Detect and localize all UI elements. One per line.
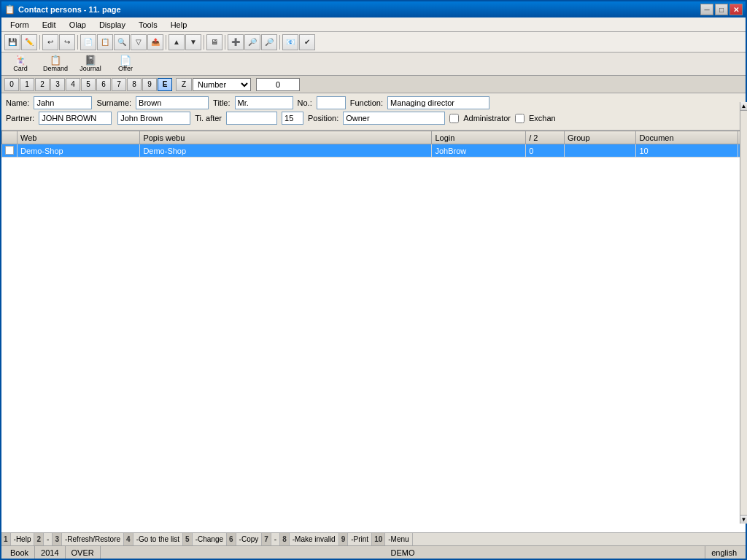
tab-1[interactable]: 1 [20, 78, 34, 91]
tb-copy[interactable]: 📋 [97, 34, 113, 50]
col-web[interactable]: Web [18, 131, 140, 144]
minimize-button[interactable]: ─ [700, 4, 713, 15]
scroll-up-btn[interactable]: ▲ [740, 102, 747, 111]
funckey-10[interactable]: 10 -Menu [372, 533, 412, 545]
tb-email[interactable]: 📧 [282, 34, 298, 50]
scrollbar[interactable]: ▲ ▼ [740, 102, 747, 524]
ti-after-label: Ti. after [195, 114, 222, 122]
tab-2[interactable]: 2 [35, 78, 50, 91]
no-label: No.: [298, 98, 312, 107]
status-over: OVER [66, 546, 101, 559]
tb-export[interactable]: 📤 [147, 34, 163, 50]
tab-row: 0 1 2 3 4 5 6 7 8 9 E Z Number 0 [1, 76, 746, 93]
main-toolbar: 💾 ✏️ ↩ ↪ 📄 📋 🔍 ▽ 📤 ▲ ▼ 🖥 ➕ 🔎 🔎 📧 ✔ [1, 32, 746, 52]
menu-tools[interactable]: Tools [133, 19, 163, 31]
number-select[interactable]: Number [193, 78, 251, 91]
tb-screen[interactable]: 🖥 [206, 34, 222, 50]
funckey-4[interactable]: 4 -Go to the list [124, 533, 183, 545]
no-input[interactable] [317, 96, 346, 109]
funckey-9[interactable]: 9 -Print [339, 533, 372, 545]
tb-filter[interactable]: 🔍 [114, 34, 130, 50]
partner-label: Partner: [6, 114, 34, 122]
fk-1-label: -Help [11, 535, 34, 543]
quick-card[interactable]: 🃏 Card [4, 54, 36, 74]
tb-undo[interactable]: ↩ [42, 34, 58, 50]
tb-save[interactable]: 💾 [4, 34, 20, 50]
row-web: Demo-Shop [18, 144, 140, 158]
tb-down[interactable]: ▼ [185, 34, 201, 50]
quick-offer[interactable]: 📄 Offer [109, 54, 142, 74]
close-button[interactable]: ✕ [729, 4, 743, 15]
row-col5: 0 [526, 144, 565, 158]
col-group[interactable]: Group [565, 131, 636, 144]
col-popis-webu[interactable]: Popis webu [140, 131, 432, 144]
menu-help[interactable]: Help [165, 19, 193, 31]
sep1 [39, 35, 40, 50]
tab-8[interactable]: 8 [127, 78, 142, 91]
funckey-3[interactable]: 3 -Refresh/Restore [53, 533, 124, 545]
tab-9[interactable]: 9 [142, 78, 157, 91]
tb-search2[interactable]: 🔎 [261, 34, 277, 50]
menu-edit[interactable]: Edit [36, 19, 62, 31]
status-book: Book [4, 546, 35, 559]
funckey-6[interactable]: 6 -Copy [227, 533, 262, 545]
title-input[interactable] [235, 96, 293, 109]
table-header-row: Web Popis webu Login / 2 Group Documen [2, 131, 746, 144]
quick-journal[interactable]: 📓 Journal [74, 54, 107, 74]
funckey-7[interactable]: 7 - [262, 533, 280, 545]
surname-input[interactable] [136, 96, 209, 109]
tab-6[interactable]: 6 [96, 78, 111, 91]
funckey-5[interactable]: 5 -Change [183, 533, 227, 545]
name-input[interactable] [34, 96, 92, 109]
fk-1-num: 1 [1, 533, 11, 545]
tab-5[interactable]: 5 [81, 78, 96, 91]
tab-3[interactable]: 3 [50, 78, 65, 91]
tb-filter2[interactable]: ▽ [131, 34, 147, 50]
tb-add[interactable]: ➕ [228, 34, 244, 50]
maximize-button[interactable]: □ [715, 4, 728, 15]
col-login[interactable]: Login [432, 131, 526, 144]
col-checkbox [2, 131, 18, 144]
position-input[interactable] [343, 112, 445, 125]
tb-search[interactable]: 🔎 [244, 34, 260, 50]
fk-6-num: 6 [227, 533, 236, 545]
tab-0[interactable]: 0 [4, 78, 19, 91]
scroll-down-btn[interactable]: ▼ [740, 515, 747, 524]
menu-form[interactable]: Form [4, 19, 35, 31]
administrator-checkbox[interactable] [449, 114, 459, 123]
row-checkbox[interactable] [5, 146, 14, 155]
ti-after-num-input[interactable] [282, 112, 303, 125]
ti-after-input[interactable] [226, 112, 277, 125]
scroll-track [740, 111, 747, 515]
tb-redo[interactable]: ↪ [59, 34, 75, 50]
tb-up[interactable]: ▲ [169, 34, 185, 50]
col-documen[interactable]: Documen [636, 131, 738, 144]
tb-new[interactable]: 📄 [80, 34, 96, 50]
function-input[interactable] [387, 96, 489, 109]
partner-input[interactable] [39, 112, 112, 125]
fk-4-label: -Go to the list [133, 535, 182, 543]
offer-icon: 📄 [120, 55, 131, 65]
status-language: english [705, 546, 743, 559]
tb-edit[interactable]: ✏️ [21, 34, 37, 50]
fk-7-num: 7 [262, 533, 271, 545]
full-name-input[interactable] [117, 112, 190, 125]
quick-demand[interactable]: 📋 Demand [39, 54, 71, 74]
exchange-checkbox[interactable] [515, 114, 525, 123]
fk-7-label: - [271, 535, 279, 543]
row-popis-webu: Demo-Shop [140, 144, 432, 158]
tab-7[interactable]: 7 [112, 78, 126, 91]
fk-2-label: - [44, 535, 52, 543]
menu-olap[interactable]: Olap [63, 19, 92, 31]
tab-4[interactable]: 4 [66, 78, 80, 91]
tb-check[interactable]: ✔ [299, 34, 315, 50]
row-group [565, 144, 636, 158]
funckey-2[interactable]: 2 - [34, 533, 53, 545]
funckey-1[interactable]: 1 -Help [1, 533, 34, 545]
menu-display[interactable]: Display [93, 19, 131, 31]
funckey-8[interactable]: 8 -Make invalid [280, 533, 338, 545]
fk-9-label: -Print [348, 535, 371, 543]
tab-e[interactable]: E [158, 78, 172, 91]
table-row[interactable]: Demo-Shop Demo-Shop JohBrow 0 10 [2, 144, 746, 158]
tab-z[interactable]: Z [176, 78, 192, 91]
